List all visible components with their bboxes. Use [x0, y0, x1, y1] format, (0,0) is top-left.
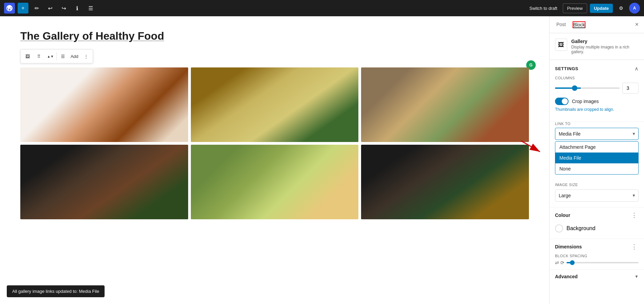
tab-block[interactable]: Block	[573, 21, 585, 28]
background-color-label: Background	[567, 225, 595, 231]
columns-input[interactable]: 3	[622, 83, 639, 94]
background-color-circle	[555, 224, 563, 232]
top-toolbar: + ✏ ↩ ↪ ℹ ☰ Switch to draft Preview Upda…	[0, 0, 644, 16]
crop-images-toggle[interactable]	[555, 98, 569, 105]
columns-label: COLUMNS	[555, 76, 639, 80]
post-title[interactable]: The Gallery of Healthy Food	[20, 30, 529, 42]
image-size-label: IMAGE SIZE	[555, 183, 639, 187]
settings-section: Settings ∧ COLUMNS 3 Crop images Thumbna…	[550, 60, 644, 122]
image-size-select-wrapper: Large Medium Thumbnail Full Size ▼	[555, 189, 639, 202]
block-spacing-row: ⇄ ⟳	[555, 260, 639, 265]
list-view-button[interactable]: ☰	[85, 3, 96, 14]
dimensions-menu-button[interactable]: ⋮	[630, 243, 639, 250]
link-to-select[interactable]: Media File Attachment Page None	[555, 128, 639, 140]
wordpress-logo[interactable]	[4, 3, 15, 14]
crop-images-toggle-row: Crop images	[555, 98, 639, 105]
update-button[interactable]: Update	[590, 4, 613, 13]
crop-desc: Thumbnails are cropped to align.	[555, 107, 639, 112]
right-sidebar: Post Block × 🖼 Gallery Display multiple …	[549, 16, 644, 304]
dimensions-title: Dimensions	[555, 244, 582, 249]
gallery-image-5[interactable]	[191, 145, 359, 219]
toast-notification: All gallery image links updated to: Medi…	[7, 285, 105, 297]
image-size-section: IMAGE SIZE Large Medium Thumbnail Full S…	[550, 179, 644, 207]
redo-button[interactable]: ↪	[58, 3, 69, 14]
add-block-button[interactable]: +	[18, 3, 28, 14]
align-button[interactable]: ☰	[58, 51, 68, 62]
link-to-dropdown: Attachment Page Media File None	[555, 141, 639, 175]
gallery-image-2[interactable]	[191, 67, 359, 142]
block-info: 🖼 Gallery Display multiple images in a r…	[550, 33, 644, 60]
dropdown-option-none[interactable]: None	[555, 163, 638, 174]
colour-menu-button[interactable]: ⋮	[630, 211, 639, 219]
dropdown-option-media[interactable]: Media File	[555, 153, 638, 163]
details-button[interactable]: ℹ	[72, 3, 83, 14]
switch-draft-button[interactable]: Switch to draft	[527, 4, 560, 13]
block-type-icon: 🖼	[555, 39, 567, 51]
settings-collapse-button[interactable]: ∧	[635, 65, 639, 72]
advanced-title: Advanced	[555, 274, 578, 279]
colour-section-title: Colour	[555, 212, 570, 218]
preview-button[interactable]: Preview	[563, 3, 587, 13]
block-type-name: Gallery	[571, 39, 639, 44]
link-to-label: LINK TO	[555, 122, 639, 126]
user-avatar-button[interactable]: A	[629, 3, 640, 14]
block-spacing-slider[interactable]	[567, 262, 639, 263]
settings-button[interactable]: ⚙	[616, 3, 626, 14]
gallery-image-6[interactable]	[361, 145, 529, 219]
tab-post[interactable]: Post	[550, 17, 573, 33]
move-arrows-button[interactable]: ▲▼	[45, 51, 56, 62]
advanced-chevron-icon: ▼	[635, 274, 639, 279]
block-type-desc: Display multiple images in a rich galler…	[571, 45, 639, 54]
dropdown-option-attachment[interactable]: Attachment Page	[555, 142, 638, 153]
colour-section: Colour ⋮ Background	[550, 207, 644, 239]
advanced-section[interactable]: Advanced ▼	[550, 269, 644, 283]
link-to-section: LINK TO Media File Attachment Page None …	[550, 122, 644, 179]
toolbar-separator	[57, 52, 57, 60]
editor-area: G The Gallery of Healthy Food 🖼 ⠿ ▲▼ ☰ A…	[0, 16, 549, 304]
crop-images-label: Crop images	[572, 99, 599, 104]
link-to-select-wrapper: Media File Attachment Page None ▼	[555, 128, 639, 140]
sidebar-tabs: Post Block ×	[550, 16, 644, 33]
tools-button[interactable]: ✏	[31, 3, 42, 14]
gallery-icon-button[interactable]: 🖼	[22, 51, 33, 62]
drag-handle-button[interactable]: ⠿	[34, 51, 44, 62]
toggle-thumb	[562, 98, 568, 104]
columns-control: 3	[555, 83, 639, 94]
gallery-image-3[interactable]	[361, 67, 529, 142]
spacing-link-button[interactable]: ⇄	[555, 260, 559, 265]
background-color-option[interactable]: Background	[555, 222, 639, 235]
more-options-button[interactable]: ⋮	[81, 51, 91, 62]
sidebar-close-button[interactable]: ×	[629, 16, 644, 33]
spacing-unlink-button[interactable]: ⟳	[560, 260, 564, 265]
image-size-select[interactable]: Large Medium Thumbnail Full Size	[555, 189, 639, 202]
dimensions-section: Dimensions ⋮ BLOCK SPACING ⇄ ⟳	[550, 239, 644, 269]
settings-section-title: Settings	[555, 66, 578, 71]
add-item-button[interactable]: Add	[69, 51, 80, 62]
columns-slider[interactable]	[555, 87, 620, 89]
gallery-grid	[20, 67, 529, 219]
gallery-image-4[interactable]	[20, 145, 188, 219]
block-toolbar: 🖼 ⠿ ▲▼ ☰ Add ⋮	[20, 49, 93, 63]
block-spacing-label: BLOCK SPACING	[555, 254, 639, 258]
undo-button[interactable]: ↩	[45, 3, 55, 14]
gallery-image-1[interactable]	[20, 67, 188, 142]
